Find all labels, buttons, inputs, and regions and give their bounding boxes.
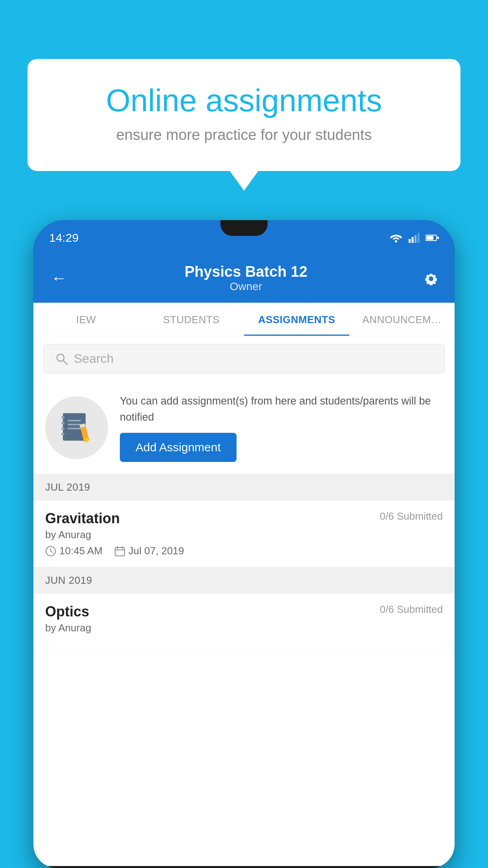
notebook-icon: [59, 410, 94, 445]
app-header: ← Physics Batch 12 Owner: [33, 256, 455, 303]
section-header-jun: JUN 2019: [33, 567, 455, 594]
search-bar[interactable]: Search: [43, 344, 445, 373]
svg-rect-6: [426, 236, 433, 240]
search-icon: [55, 353, 68, 365]
wifi-icon: [389, 233, 403, 243]
clock-icon: [45, 546, 56, 557]
calendar-icon: [114, 546, 125, 557]
assignment-icon-circle: [45, 396, 108, 459]
section-header-jul: JUL 2019: [33, 474, 455, 500]
info-card-description: You can add assignment(s) from here and …: [120, 393, 443, 425]
search-placeholder: Search: [74, 351, 114, 366]
assignment-submitted: 0/6 Submitted: [380, 603, 443, 616]
svg-point-0: [395, 240, 397, 243]
assignment-meta: 10:45 AM Jul 07, 2019: [45, 545, 443, 557]
info-card-text: You can add assignment(s) from here and …: [120, 393, 443, 462]
assignment-submitted: 0/6 Submitted: [380, 510, 443, 522]
assignment-name: Optics: [45, 603, 89, 620]
svg-rect-12: [61, 422, 64, 424]
info-card: You can add assignment(s) from here and …: [33, 381, 455, 474]
assignment-author: by Anurag: [45, 529, 443, 541]
header-title-group: Physics Batch 12 Owner: [69, 263, 423, 293]
status-bar: 14:29: [33, 220, 455, 256]
status-icons: [389, 233, 439, 243]
speech-bubble-container: Online assignments ensure more practice …: [28, 59, 460, 171]
svg-rect-11: [61, 416, 64, 419]
table-row[interactable]: Gravitation 0/6 Submitted by Anurag 10:4…: [33, 500, 455, 567]
svg-line-23: [51, 551, 53, 552]
assignment-author: by Anurag: [45, 622, 443, 634]
svg-rect-4: [418, 233, 420, 243]
svg-rect-7: [437, 237, 439, 239]
tab-assignments[interactable]: ASSIGNMENTS: [244, 303, 349, 336]
assignment-date: Jul 07, 2019: [114, 545, 184, 557]
svg-rect-3: [415, 235, 416, 243]
header-subtitle: Owner: [69, 280, 423, 293]
svg-rect-1: [409, 239, 411, 243]
svg-rect-14: [61, 433, 64, 435]
speech-bubble-title: Online assignments: [55, 83, 433, 119]
assignment-time: 10:45 AM: [45, 545, 103, 557]
svg-rect-13: [61, 427, 64, 430]
notch: [220, 220, 268, 236]
svg-rect-15: [68, 420, 81, 421]
tab-iew[interactable]: IEW: [33, 303, 139, 336]
header-title: Physics Batch 12: [69, 263, 423, 280]
speech-bubble: Online assignments ensure more practice …: [28, 59, 460, 171]
tab-students[interactable]: STUDENTS: [139, 303, 244, 336]
status-time: 14:29: [49, 231, 79, 245]
speech-bubble-subtitle: ensure more practice for your students: [55, 127, 433, 143]
add-assignment-button[interactable]: Add Assignment: [120, 433, 237, 462]
svg-rect-16: [68, 424, 81, 425]
svg-line-9: [63, 360, 67, 364]
phone-frame: 14:29 ←: [33, 220, 455, 868]
signal-icon: [409, 233, 420, 243]
search-container: Search: [33, 336, 455, 381]
assignment-name: Gravitation: [45, 510, 120, 527]
svg-rect-24: [115, 548, 125, 556]
settings-button[interactable]: [423, 270, 439, 287]
svg-rect-2: [412, 237, 414, 243]
gear-icon: [423, 271, 439, 287]
table-row[interactable]: Optics 0/6 Submitted by Anurag: [33, 594, 455, 648]
svg-rect-17: [68, 428, 81, 429]
battery-icon: [426, 234, 439, 241]
tab-announcements[interactable]: ANNOUNCEM…: [349, 303, 455, 336]
phone-content: Search: [33, 336, 455, 866]
tabs-bar: IEW STUDENTS ASSIGNMENTS ANNOUNCEM…: [33, 303, 455, 336]
back-button[interactable]: ←: [49, 267, 69, 289]
